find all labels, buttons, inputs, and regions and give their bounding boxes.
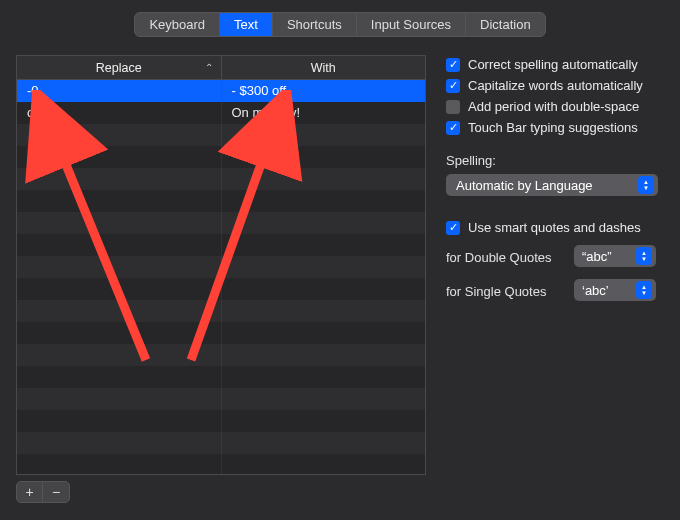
table-row[interactable]: omw On my way! [17, 102, 425, 124]
tab-shortcuts[interactable]: Shortcuts [273, 13, 357, 36]
double-quotes-popup[interactable]: “abc” ▲▼ [574, 245, 656, 267]
option-correct-spelling[interactable]: Correct spelling automatically [446, 57, 664, 72]
checkbox-icon[interactable] [446, 58, 460, 72]
column-header-replace[interactable]: Replace ⌃ [17, 56, 222, 79]
tab-input-sources[interactable]: Input Sources [357, 13, 466, 36]
sort-indicator-icon: ⌃ [205, 62, 213, 73]
spelling-popup-value: Automatic by Language [456, 178, 593, 193]
checkbox-icon[interactable] [446, 100, 460, 114]
remove-button[interactable]: − [43, 482, 69, 502]
checkbox-icon[interactable] [446, 79, 460, 93]
single-quotes-label: for Single Quotes [446, 284, 564, 299]
tab-bar: Keyboard Text Shortcuts Input Sources Di… [0, 0, 680, 55]
table-row-empty [17, 344, 425, 366]
checkbox-icon[interactable] [446, 121, 460, 135]
table-row-empty [17, 124, 425, 146]
table-row-empty [17, 278, 425, 300]
option-add-period[interactable]: Add period with double-space [446, 99, 664, 114]
cell-replace[interactable]: omw [17, 102, 222, 124]
add-remove-control: + − [16, 481, 70, 503]
double-quotes-label: for Double Quotes [446, 250, 564, 265]
option-label: Use smart quotes and dashes [468, 220, 641, 235]
option-label: Capitalize words automatically [468, 78, 643, 93]
double-quotes-value: “abc” [582, 249, 612, 264]
table-row-empty [17, 146, 425, 168]
column-header-replace-label: Replace [96, 61, 142, 75]
table-row-empty [17, 366, 425, 388]
option-label: Touch Bar typing suggestions [468, 120, 638, 135]
tab-text[interactable]: Text [220, 13, 273, 36]
cell-replace[interactable]: -0 [17, 80, 222, 102]
spelling-popup[interactable]: Automatic by Language ▲▼ [446, 174, 658, 196]
replacements-table: Replace ⌃ With -0 - $300 off omw On my w… [16, 55, 426, 475]
table-row-empty [17, 432, 425, 454]
popup-arrows-icon: ▲▼ [638, 176, 654, 194]
tab-keyboard[interactable]: Keyboard [135, 13, 220, 36]
table-row-empty [17, 410, 425, 432]
table-row-empty [17, 388, 425, 410]
column-header-with[interactable]: With [222, 56, 426, 79]
table-row-empty [17, 256, 425, 278]
table-row-empty [17, 300, 425, 322]
option-smart-quotes[interactable]: Use smart quotes and dashes [446, 220, 664, 235]
table-row-empty [17, 212, 425, 234]
option-label: Correct spelling automatically [468, 57, 638, 72]
add-button[interactable]: + [17, 482, 43, 502]
table-body: -0 - $300 off omw On my way! [17, 80, 425, 475]
column-header-with-label: With [311, 61, 336, 75]
cell-with[interactable]: On my way! [222, 102, 426, 124]
option-capitalize[interactable]: Capitalize words automatically [446, 78, 664, 93]
spelling-section-label: Spelling: [446, 153, 664, 168]
table-row-empty [17, 168, 425, 190]
popup-arrows-icon: ▲▼ [636, 281, 652, 299]
option-label: Add period with double-space [468, 99, 639, 114]
single-quotes-value: ‘abc’ [582, 283, 609, 298]
option-touchbar[interactable]: Touch Bar typing suggestions [446, 120, 664, 135]
tab-dictation[interactable]: Dictation [466, 13, 545, 36]
single-quotes-popup[interactable]: ‘abc’ ▲▼ [574, 279, 656, 301]
table-row-empty [17, 234, 425, 256]
cell-with[interactable]: - $300 off [222, 80, 426, 102]
table-row-empty [17, 454, 425, 475]
table-row-empty [17, 322, 425, 344]
tab-segmented-control: Keyboard Text Shortcuts Input Sources Di… [134, 12, 545, 37]
table-row-empty [17, 190, 425, 212]
checkbox-icon[interactable] [446, 221, 460, 235]
table-row[interactable]: -0 - $300 off [17, 80, 425, 102]
popup-arrows-icon: ▲▼ [636, 247, 652, 265]
